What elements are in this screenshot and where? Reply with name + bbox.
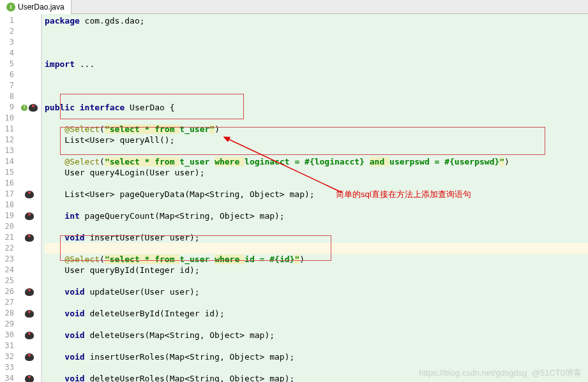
gutter-row [18, 330, 41, 341]
gutter-row [18, 297, 41, 308]
gutter-row [18, 124, 41, 135]
line-number: 21 [0, 232, 14, 243]
breakpoint-icon[interactable] [25, 234, 34, 242]
line-number: 24 [0, 265, 14, 275]
line-number: 15 [0, 167, 14, 178]
code-line[interactable]: User queryById(Integer id); [45, 265, 588, 275]
gutter-row [18, 91, 41, 102]
gutter-row [18, 15, 41, 26]
gutter-row [18, 178, 41, 189]
line-number: 12 [0, 135, 14, 145]
gutter-row [18, 26, 41, 37]
breakpoint-icon[interactable] [25, 191, 34, 198]
gutter-row [18, 319, 41, 330]
code-line[interactable] [45, 200, 588, 210]
line-number: 3 [0, 37, 14, 48]
line-number: 32 [0, 351, 14, 362]
line-number: 11 [0, 124, 14, 135]
breakpoint-icon[interactable] [29, 104, 38, 112]
code-line[interactable]: void deleteUsers(Map<String, Object> map… [45, 330, 588, 341]
line-number: 9 [0, 102, 14, 113]
line-number: 31 [0, 341, 14, 351]
gutter-row [18, 70, 41, 80]
line-number: 34 [0, 373, 14, 382]
code-line[interactable] [45, 48, 588, 59]
gutter-row [18, 189, 41, 200]
code-line[interactable]: void insertUserRoles(Map<String, Object>… [45, 351, 588, 362]
code-line[interactable]: @Select("select * from t_user where logi… [45, 156, 588, 167]
line-number: 22 [0, 243, 14, 254]
gutter-row [18, 254, 41, 265]
line-number-gutter: 1234567891011121314151617181920212223242… [0, 14, 18, 382]
line-number: 16 [0, 178, 14, 189]
code-line[interactable] [45, 275, 588, 286]
line-number: 14 [0, 156, 14, 167]
breakpoint-icon[interactable] [25, 288, 34, 296]
line-number: 1 [0, 15, 14, 26]
code-line[interactable] [45, 297, 588, 308]
breakpoint-icon[interactable] [25, 212, 34, 220]
icon-gutter: I [18, 14, 41, 382]
line-number: 18 [0, 200, 14, 210]
code-line[interactable] [45, 70, 588, 80]
code-line[interactable] [45, 178, 588, 189]
line-number: 4 [0, 48, 14, 59]
line-number: 8 [0, 91, 14, 102]
code-line[interactable] [45, 91, 588, 102]
gutter-row [18, 59, 41, 70]
breakpoint-icon[interactable] [25, 332, 34, 339]
line-number: 25 [0, 275, 14, 286]
tab-bar: I UserDao.java [0, 0, 588, 14]
java-interface-icon: I [6, 3, 15, 11]
gutter-row [18, 265, 41, 275]
gutter-row [18, 308, 41, 319]
gutter-row [18, 362, 41, 373]
code-line[interactable]: package com.gds.dao; [45, 15, 588, 26]
implement-icon[interactable]: I [21, 105, 27, 111]
code-line[interactable] [45, 37, 588, 48]
code-line[interactable]: List<User> queryAll(); [45, 135, 588, 145]
gutter-row [18, 37, 41, 48]
tab-filename: UserDao.java [18, 3, 64, 11]
code-line[interactable]: public interface UserDao { [45, 102, 588, 113]
code-area[interactable]: package com.gds.dao;import ...public int… [42, 14, 588, 382]
code-line[interactable]: @Select("select * from t_user") [45, 124, 588, 135]
code-line[interactable] [45, 221, 588, 232]
gutter-row [18, 80, 41, 91]
line-number: 10 [0, 113, 14, 124]
gutter-row [18, 113, 41, 124]
code-line[interactable] [45, 341, 588, 351]
code-line[interactable]: void updateUser(User user); [45, 286, 588, 297]
line-number: 6 [0, 70, 14, 80]
line-number: 20 [0, 221, 14, 232]
code-line[interactable] [45, 243, 588, 254]
code-line[interactable]: int pageQueryCount(Map<String, Object> m… [45, 210, 588, 221]
line-number: 7 [0, 80, 14, 91]
line-number: 5 [0, 59, 14, 70]
line-number: 23 [0, 254, 14, 265]
code-line[interactable]: void deleteUserById(Integer id); [45, 308, 588, 319]
code-line[interactable]: import ... [45, 59, 588, 70]
code-line[interactable]: void insertUser(User user); [45, 232, 588, 243]
breakpoint-icon[interactable] [25, 375, 34, 383]
breakpoint-icon[interactable] [25, 310, 34, 318]
file-tab[interactable]: I UserDao.java [0, 0, 72, 14]
code-line[interactable] [45, 319, 588, 330]
gutter-row [18, 135, 41, 145]
gutter-row: I [18, 102, 41, 113]
breakpoint-icon[interactable] [25, 353, 34, 361]
code-line[interactable] [45, 26, 588, 37]
code-line[interactable] [45, 80, 588, 91]
code-line[interactable] [45, 113, 588, 124]
code-line[interactable]: @Select("select * from t_user where id =… [45, 254, 588, 265]
gutter-row [18, 341, 41, 351]
annotation-text: 简单的sql直接在方法上添加查询语句 [336, 189, 471, 200]
gutter-row [18, 373, 41, 382]
line-number: 30 [0, 330, 14, 341]
code-line[interactable]: List<User> pageQueryData(Map<String, Obj… [45, 189, 588, 200]
code-line[interactable] [45, 145, 588, 156]
gutter-row [18, 351, 41, 362]
line-number: 27 [0, 297, 14, 308]
gutter-row [18, 156, 41, 167]
code-line[interactable]: User query4Login(User user); [45, 167, 588, 178]
